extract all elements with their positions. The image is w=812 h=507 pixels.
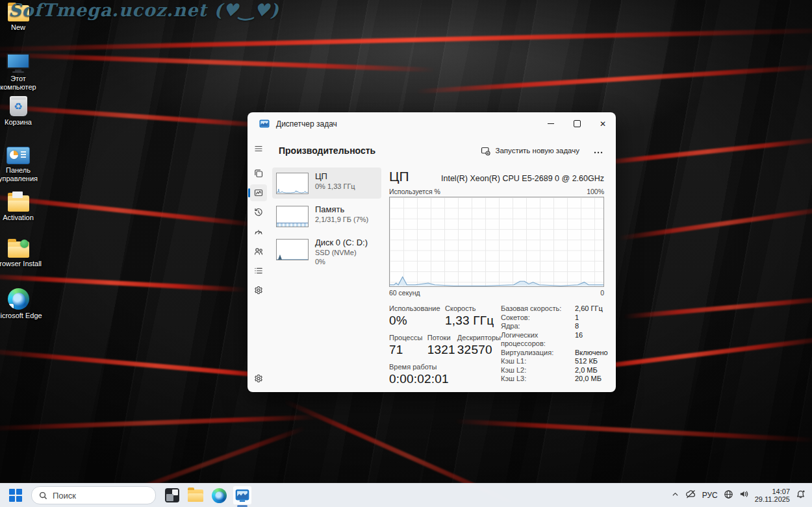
stat-value: 1321 <box>427 343 457 357</box>
shortcut-arrow-icon: ↗ <box>8 304 14 310</box>
file-explorer-icon <box>188 489 203 502</box>
stat-label: Кэш L2: <box>501 366 575 375</box>
stat-label: Процессы <box>389 334 427 341</box>
cpu-chip-name: Intel(R) Xeon(R) CPU E5-2689 0 @ 2.60GHz <box>441 174 604 183</box>
tray-clock[interactable]: 14:07 29.11.2025 <box>755 488 790 504</box>
nav-processes[interactable] <box>250 165 267 182</box>
perf-item-sub2: 0% <box>315 258 368 266</box>
nav-services[interactable] <box>250 282 267 299</box>
details-list-icon <box>253 266 264 276</box>
graph-label-zero: 0 <box>600 289 604 297</box>
desktop-icon-activation[interactable]: Activation <box>0 195 42 222</box>
stat-value: 0:00:02:01 <box>389 372 449 386</box>
nav-startup-apps[interactable] <box>250 223 267 240</box>
cpu-title: ЦП <box>389 169 409 184</box>
stat-value: 8 <box>575 322 579 331</box>
taskbar-app-dark-window[interactable] <box>162 486 182 505</box>
menu-hamburger-button[interactable] <box>250 140 267 157</box>
stat-value: 1 <box>575 314 579 323</box>
tray-volume[interactable] <box>739 489 749 501</box>
nav-details[interactable] <box>250 262 267 279</box>
desktop-icon-browser-install[interactable]: Browser Install <box>0 241 42 268</box>
perf-item-cpu[interactable]: ЦП 0% 1,33 ГГц <box>272 167 381 199</box>
graph-label-seconds: 60 секунд <box>389 289 420 297</box>
cpu-usage-graph[interactable] <box>389 197 604 287</box>
hamburger-icon <box>253 143 264 154</box>
globe-network-icon <box>724 489 733 499</box>
stat-value: 16 <box>575 331 583 349</box>
taskbar-app-file-explorer[interactable] <box>186 486 205 505</box>
desktop-icon-label: Microsoft Edge <box>0 312 42 320</box>
desktop-icon-label: New <box>11 23 25 32</box>
cpu-detail-panel: ЦП Intel(R) Xeon(R) CPU E5-2689 0 @ 2.60… <box>381 167 604 392</box>
stat-label: Ядра: <box>501 322 575 331</box>
stat-value: 32570 <box>457 343 501 357</box>
desktop-icon-recycle-bin[interactable]: ♻ Корзина <box>0 96 42 127</box>
performance-icon <box>253 188 264 198</box>
tray-language-indicator[interactable]: РУС <box>702 491 718 500</box>
graph-label-usage: Используется % <box>389 188 440 195</box>
chevron-up-icon <box>671 490 679 499</box>
stat-label: Время работы <box>389 363 449 371</box>
close-button[interactable]: ✕ <box>590 112 616 135</box>
stat-value: 1,33 ГГц <box>445 314 494 328</box>
perf-item-name: ЦП <box>315 171 355 181</box>
tray-notifications[interactable] <box>796 489 806 502</box>
window-title: Диспетчер задач <box>276 119 337 129</box>
cpu-thumbnail-graph <box>276 173 309 194</box>
cpu-stats-secondary: Базовая скорость:2,60 ГГц Сокетов:1 Ядра… <box>501 304 608 392</box>
maximize-button[interactable] <box>564 112 590 135</box>
taskbar-search[interactable]: Поиск <box>31 486 156 504</box>
more-options-button[interactable] <box>590 142 607 159</box>
folder-icon <box>8 195 29 212</box>
desktop: New Этот компьютер ♻ Корзина Панель упра… <box>0 0 812 507</box>
titlebar[interactable]: Диспетчер задач ✕ <box>247 112 616 135</box>
perf-item-memory[interactable]: Память 2,1/31,9 ГБ (7%) <box>272 201 381 232</box>
stat-value: 512 КБ <box>575 357 598 366</box>
close-icon: ✕ <box>600 120 606 128</box>
perf-item-sub: 0% 1,33 ГГц <box>315 182 355 190</box>
desktop-icon-label: Activation <box>3 214 34 222</box>
perf-item-sub: 2,1/31,9 ГБ (7%) <box>315 216 368 223</box>
tray-network[interactable] <box>724 489 733 502</box>
perf-item-name: Диск 0 (C: D:) <box>315 238 368 247</box>
stat-label: Скорость <box>445 304 494 312</box>
cpu-thumb-spark <box>277 173 308 193</box>
performance-list: ЦП 0% 1,33 ГГц Память 2,1/31,9 ГБ (7%) <box>272 167 381 392</box>
stat-value: 71 <box>389 343 427 357</box>
edge-icon <box>212 488 227 503</box>
start-button[interactable] <box>6 486 25 504</box>
taskbar-app-edge[interactable] <box>209 486 229 505</box>
notification-bell-icon <box>796 489 806 499</box>
services-cog-icon <box>253 285 264 295</box>
taskbar: Поиск РУС 14:07 29.11.2025 <box>0 483 812 507</box>
settings-button[interactable] <box>250 370 267 387</box>
desktop-icon-control-panel[interactable]: Панель управления <box>0 147 42 183</box>
nav-app-history[interactable] <box>250 204 267 221</box>
gauge-icon <box>253 227 264 237</box>
nav-users[interactable] <box>250 243 267 260</box>
perf-item-name: Память <box>315 204 368 214</box>
run-new-task-label: Запустить новую задачу <box>495 147 579 155</box>
folder-icon <box>8 241 29 258</box>
processes-icon <box>253 168 264 179</box>
stat-label: Виртуализация: <box>501 349 575 358</box>
desktop-icon-label: Этот компьютер <box>0 75 42 92</box>
desktop-icon-microsoft-edge[interactable]: ↗ Microsoft Edge <box>0 288 42 320</box>
tray-onedrive[interactable] <box>685 489 696 501</box>
perf-item-sub: SSD (NVMe) <box>315 249 368 256</box>
watermark-text: SofTmega.ucoz.net (♥‿♥) <box>8 0 279 20</box>
taskbar-app-task-manager[interactable] <box>233 486 252 505</box>
nav-performance[interactable] <box>250 184 267 201</box>
nav-rail <box>247 135 270 392</box>
desktop-icon-this-pc[interactable]: Этот компьютер <box>0 53 42 92</box>
desktop-icon-label: Корзина <box>5 118 32 127</box>
run-new-task-button[interactable]: Запустить новую задачу <box>476 143 585 159</box>
gear-icon <box>253 373 264 384</box>
task-manager-window: Диспетчер задач ✕ <box>247 112 616 392</box>
tray-show-hidden-icons[interactable] <box>671 489 679 501</box>
perf-item-disk[interactable]: Диск 0 (C: D:) SSD (NVMe) 0% <box>272 234 381 270</box>
task-manager-icon <box>259 119 270 129</box>
minimize-button[interactable] <box>538 112 564 135</box>
tray-date: 29.11.2025 <box>755 495 790 504</box>
